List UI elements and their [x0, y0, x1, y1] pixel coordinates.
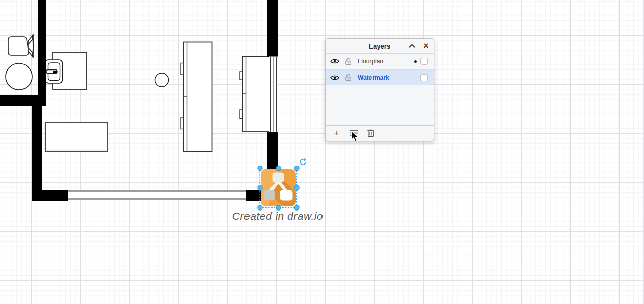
watermark-text[interactable]: Created in draw.io	[218, 210, 337, 222]
collapse-panel-button[interactable]	[408, 42, 416, 50]
add-layer-button[interactable]: +	[332, 129, 341, 138]
visibility-eye-icon[interactable]	[330, 58, 339, 64]
bookshelf-shape[interactable]	[181, 42, 212, 152]
round-table-shape[interactable]	[6, 63, 32, 90]
drawio-logo-shape[interactable]	[261, 169, 296, 206]
active-layer-dot	[414, 60, 417, 63]
layers-panel-header[interactable]: Layers ×	[326, 39, 434, 54]
layer-label: Watermark	[358, 74, 420, 81]
layer-row-floorplan[interactable]: Floorplan	[326, 54, 434, 69]
layer-row-watermark[interactable]: Watermark	[326, 69, 434, 85]
lock-icon[interactable]	[345, 74, 352, 81]
resize-handle-sw[interactable]	[258, 205, 262, 210]
lock-icon[interactable]	[345, 58, 352, 65]
drawio-canvas[interactable]: Created in draw.io Layers ×	[0, 0, 644, 304]
layers-panel[interactable]: Layers ×	[325, 38, 434, 141]
layer-checkbox[interactable]	[420, 74, 428, 81]
close-icon: ×	[424, 42, 428, 50]
visibility-eye-icon[interactable]	[330, 75, 339, 81]
resize-handle-s[interactable]	[276, 205, 281, 210]
desk-shape[interactable]	[45, 123, 108, 152]
resize-handle-se[interactable]	[294, 205, 299, 210]
plus-icon: +	[334, 128, 339, 138]
window-bottom[interactable]	[68, 190, 246, 200]
resize-handle-w[interactable]	[258, 185, 262, 190]
cabinet-shape[interactable]	[240, 57, 270, 132]
close-panel-button[interactable]: ×	[422, 42, 430, 50]
delete-layer-button[interactable]	[366, 129, 375, 138]
layers-panel-toolbar: +	[326, 125, 434, 141]
layer-label: Floorplan	[358, 58, 414, 65]
layer-checkbox[interactable]	[420, 58, 428, 65]
small-stool-shape[interactable]	[155, 73, 169, 87]
resize-handle-e[interactable]	[294, 185, 299, 190]
trash-icon	[367, 129, 375, 137]
layers-list-empty-area	[326, 85, 434, 125]
resize-handle-ne[interactable]	[294, 166, 299, 170]
wall[interactable]	[0, 0, 278, 201]
rotate-handle-icon[interactable]	[300, 158, 306, 165]
resize-handle-n[interactable]	[276, 166, 281, 170]
window-right[interactable]	[269, 57, 278, 132]
floorplan-drawing	[0, 0, 644, 304]
resize-handle-nw[interactable]	[258, 166, 262, 170]
mouse-cursor	[351, 131, 359, 142]
spotlight-shape[interactable]	[8, 35, 33, 57]
sink-shape[interactable]	[45, 52, 87, 89]
